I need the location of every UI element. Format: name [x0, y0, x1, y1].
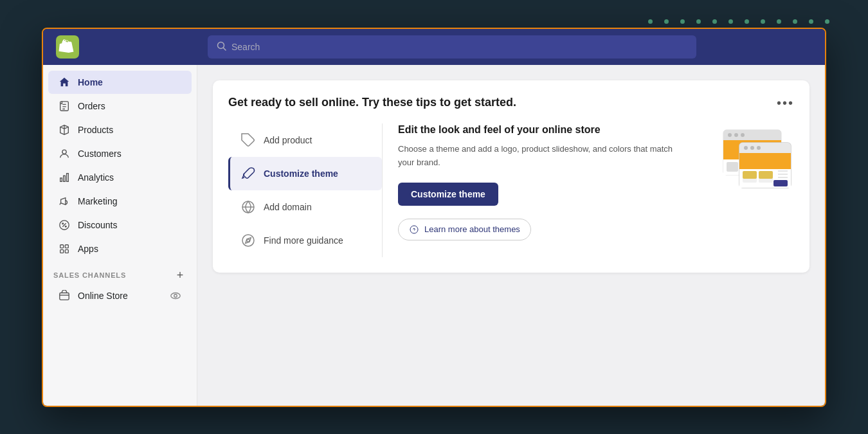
header: Search: [43, 29, 825, 65]
getting-started-card: Get ready to sell online. Try these tips…: [213, 80, 809, 273]
steps-list: Add product Customize theme: [228, 123, 383, 257]
dot-grid: [648, 19, 829, 24]
sidebar-item-discounts[interactable]: Discounts: [48, 213, 192, 237]
customize-theme-button[interactable]: Customize theme: [398, 183, 498, 206]
step-add-product[interactable]: Add product: [228, 123, 382, 157]
marketing-icon: [59, 195, 70, 207]
svg-rect-9: [64, 176, 66, 181]
shopify-logo: [56, 35, 79, 59]
learn-more-link[interactable]: Learn more about themes: [398, 219, 531, 240]
detail-panel: Edit the look and feel of your online st…: [383, 123, 691, 257]
svg-rect-48: [743, 171, 757, 179]
step-add-domain[interactable]: Add domain: [228, 190, 382, 224]
add-sales-channel-button[interactable]: +: [174, 269, 186, 282]
svg-rect-50: [759, 171, 773, 179]
sidebar: Home Orders Products: [43, 65, 197, 406]
eye-icon: [170, 290, 181, 302]
svg-rect-17: [60, 249, 64, 253]
sidebar-item-home[interactable]: Home: [48, 71, 192, 94]
sidebar-item-customers[interactable]: Customers: [48, 142, 192, 165]
body: Home Orders Products: [43, 65, 825, 406]
svg-rect-15: [60, 244, 64, 248]
svg-rect-16: [65, 244, 68, 248]
more-options-button[interactable]: •••: [777, 96, 794, 111]
analytics-icon: [59, 172, 70, 183]
step-find-guidance[interactable]: Find more guidance: [228, 224, 382, 257]
tag-icon: [240, 132, 256, 148]
apps-icon: [59, 243, 70, 255]
customers-icon: [59, 148, 70, 159]
search-bar[interactable]: Search: [208, 35, 696, 59]
svg-point-33: [741, 133, 745, 137]
step-customize-theme[interactable]: Customize theme: [228, 157, 382, 190]
svg-point-25: [242, 235, 254, 246]
svg-rect-19: [60, 293, 69, 300]
compass-icon: [240, 233, 256, 248]
online-store-icon: [59, 290, 70, 302]
svg-point-27: [410, 226, 418, 233]
detail-title: Edit the look and feel of your online st…: [398, 123, 676, 137]
question-circle-icon: [409, 224, 419, 235]
main-window: Search Home Orders: [42, 28, 826, 407]
svg-point-22: [174, 294, 177, 297]
svg-rect-30: [723, 135, 781, 140]
card-header: Get ready to sell online. Try these tips…: [228, 96, 794, 111]
globe-icon: [240, 199, 256, 215]
svg-rect-45: [739, 153, 791, 169]
home-icon: [59, 77, 70, 88]
sidebar-item-products[interactable]: Products: [48, 118, 192, 141]
svg-point-21: [171, 293, 180, 298]
svg-line-2: [224, 48, 226, 50]
sidebar-item-apps[interactable]: Apps: [48, 237, 192, 260]
svg-point-26: [247, 239, 249, 242]
theme-illustration: [704, 123, 794, 257]
discounts-icon: [59, 219, 70, 231]
sidebar-item-orders[interactable]: Orders: [48, 95, 192, 118]
search-icon: [217, 41, 226, 53]
search-placeholder: Search: [231, 42, 260, 52]
svg-point-43: [750, 146, 754, 150]
svg-point-44: [757, 146, 761, 150]
svg-point-7: [62, 150, 66, 154]
svg-rect-8: [60, 177, 62, 181]
card-title: Get ready to sell online. Try these tips…: [228, 96, 516, 109]
brush-icon: [240, 166, 256, 181]
svg-point-32: [734, 133, 738, 137]
sales-channels-section: SALES CHANNELS +: [43, 261, 197, 284]
svg-rect-51: [773, 180, 788, 186]
svg-point-31: [728, 133, 732, 137]
svg-point-13: [62, 222, 64, 224]
svg-rect-36: [727, 162, 738, 172]
detail-description: Choose a theme and add a logo, product s…: [398, 143, 676, 170]
sidebar-item-marketing[interactable]: Marketing: [48, 190, 192, 213]
svg-point-42: [744, 146, 748, 150]
card-body: Add product Customize theme: [228, 123, 794, 257]
svg-rect-10: [67, 173, 69, 181]
svg-rect-18: [65, 249, 68, 253]
products-icon: [59, 124, 70, 136]
svg-point-14: [65, 226, 66, 227]
orders-icon: [59, 100, 70, 112]
sidebar-item-analytics[interactable]: Analytics: [48, 166, 192, 189]
main-content: Get ready to sell online. Try these tips…: [197, 65, 825, 406]
sidebar-item-online-store[interactable]: Online Store: [48, 285, 192, 307]
